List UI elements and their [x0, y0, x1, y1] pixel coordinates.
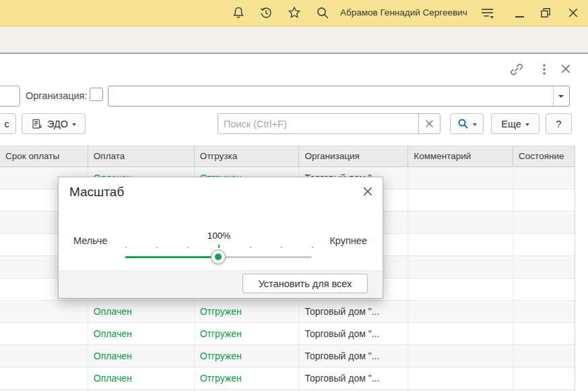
larger-label: Крупнее	[329, 235, 367, 246]
cell-comment	[408, 278, 513, 300]
table-row[interactable]: ОплаченОтгруженТорговый дом "...	[0, 301, 575, 323]
slider-tick-current	[218, 245, 220, 248]
column-header-state[interactable]: Состояние	[513, 146, 575, 167]
more-button-label: Еще	[501, 119, 521, 129]
close-form-icon[interactable]	[560, 63, 573, 76]
table-header: Срок оплаты Оплата Отгрузка Организация …	[0, 146, 575, 167]
chevron-down-icon	[473, 123, 477, 126]
slider-tick	[281, 247, 282, 248]
search-clear-button[interactable]	[418, 113, 440, 134]
cell-comment	[408, 234, 513, 255]
search-field[interactable]	[218, 113, 420, 134]
more-kebab-icon[interactable]	[538, 63, 550, 75]
edo-button[interactable]: ЭДО	[22, 113, 86, 134]
cell-state	[513, 167, 575, 189]
more-actions-button[interactable]: Еще	[491, 113, 540, 134]
apply-for-all-button[interactable]: Установить для всех	[242, 274, 368, 293]
dialog-close-icon[interactable]	[362, 186, 373, 197]
column-header-payment[interactable]: Оплата	[88, 146, 195, 167]
cell-payment: Оплачен	[88, 301, 195, 322]
table-row[interactable]: ОплаченОтгруженТорговый дом "...	[0, 345, 575, 367]
column-header-comment[interactable]: Комментарий	[408, 146, 513, 167]
cell-shipment: Отгружен	[195, 367, 300, 389]
cell-term	[0, 323, 88, 344]
close-window-icon[interactable]	[568, 7, 581, 21]
slider-tick	[156, 247, 158, 248]
current-user-name[interactable]: Абрамов Геннадий Сергеевич	[340, 7, 467, 18]
slider-tick	[125, 247, 127, 248]
cell-comment	[408, 301, 513, 322]
panel-strip	[0, 26, 588, 53]
cell-comment	[408, 167, 513, 189]
cell-term	[0, 345, 88, 367]
cell-organization: Торговый дом "...	[299, 367, 408, 389]
slider-tick	[312, 247, 313, 248]
slider-tick	[187, 247, 189, 248]
service-menu-icon[interactable]	[480, 7, 494, 20]
cell-comment	[408, 189, 513, 211]
table-row[interactable]: ОплаченОтгруженТорговый дом "...	[0, 367, 575, 390]
organization-checkbox[interactable]	[90, 88, 103, 101]
cell-comment	[408, 256, 513, 278]
organization-dropdown-button[interactable]	[553, 86, 569, 106]
cell-state	[513, 323, 575, 344]
search-input[interactable]	[218, 114, 420, 133]
cell-comment	[408, 367, 513, 389]
zoom-value-label: 100%	[201, 231, 236, 241]
organization-combobox[interactable]	[108, 86, 570, 107]
panel-divider	[0, 53, 588, 54]
global-search-icon[interactable]	[316, 6, 329, 20]
app-window: Абрамов Геннадий Сергеевич	[0, 0, 588, 391]
slider-tick	[250, 247, 251, 248]
cell-state	[513, 189, 575, 211]
dialog-title: Масштаб	[69, 185, 124, 200]
partial-button-label: с	[4, 119, 9, 129]
column-header-term[interactable]: Срок оплаты	[0, 146, 88, 167]
cell-state	[513, 212, 575, 233]
chevron-down-icon	[72, 123, 76, 126]
chevron-down-icon	[525, 123, 529, 126]
clear-x-icon	[425, 119, 434, 128]
help-button-label: ?	[556, 118, 561, 129]
cell-shipment: Отгружен	[195, 301, 300, 322]
cell-organization: Торговый дом "...	[299, 345, 408, 367]
cell-shipment: Отгружен	[195, 345, 300, 367]
cell-organization: Торговый дом "...	[299, 301, 408, 322]
column-header-organization[interactable]: Организация	[299, 146, 408, 167]
title-bar: Абрамов Геннадий Сергеевич	[0, 0, 588, 26]
cell-shipment: Отгружен	[195, 323, 300, 344]
zoom-slider-thumb[interactable]	[211, 249, 226, 264]
cell-organization: Торговый дом "...	[299, 323, 408, 344]
search-magnifier-icon	[457, 118, 469, 129]
cell-payment: Оплачен	[88, 323, 195, 344]
column-header-shipment[interactable]: Отгрузка	[195, 146, 300, 167]
smaller-label: Мельче	[73, 235, 108, 246]
cell-comment	[408, 345, 513, 367]
organization-input[interactable]	[108, 86, 560, 106]
minimize-icon[interactable]	[515, 16, 524, 18]
restore-window-icon[interactable]	[540, 7, 553, 20]
organization-label: Организация:	[26, 90, 87, 101]
cell-term	[0, 301, 88, 322]
partial-filter-field[interactable]	[0, 86, 20, 107]
zoom-slider-fill	[125, 256, 219, 258]
cell-payment: Оплачен	[88, 345, 195, 367]
help-button[interactable]: ?	[546, 113, 572, 134]
get-link-icon[interactable]	[510, 63, 522, 75]
cell-comment	[408, 323, 513, 344]
cell-state	[513, 367, 575, 389]
history-icon[interactable]	[259, 6, 273, 20]
cell-state	[513, 301, 575, 322]
advanced-search-button[interactable]	[450, 113, 484, 134]
partial-toolbar-button[interactable]: с	[0, 113, 16, 134]
favorites-star-icon[interactable]	[288, 6, 301, 20]
cell-state	[513, 256, 575, 278]
table-row[interactable]: ОплаченОтгруженТорговый дом "...	[0, 323, 575, 345]
notifications-bell-icon[interactable]	[232, 6, 245, 20]
cell-state	[513, 234, 575, 255]
cell-state	[513, 278, 575, 300]
zoom-slider-thumb-dot	[215, 253, 222, 260]
cell-state	[513, 345, 575, 367]
edo-button-label: ЭДО	[47, 119, 68, 129]
cell-term	[0, 367, 88, 389]
